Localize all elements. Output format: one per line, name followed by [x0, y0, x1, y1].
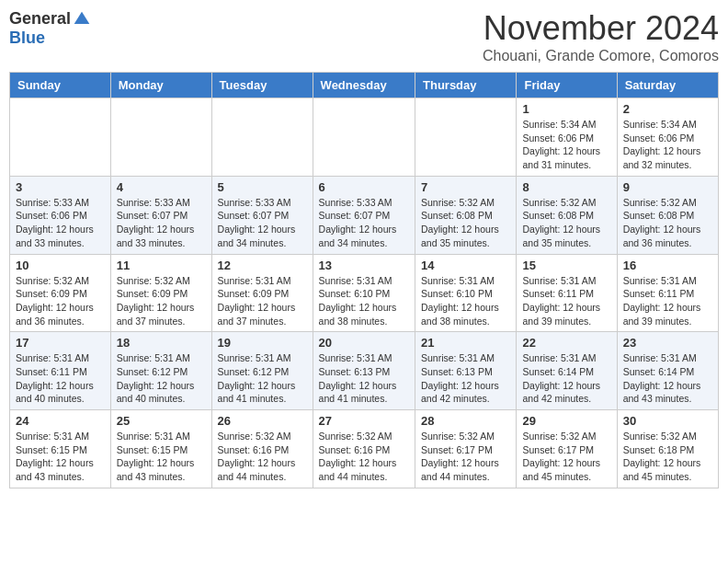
calendar-cell: 17Sunrise: 5:31 AM Sunset: 6:11 PM Dayli…: [10, 332, 111, 410]
calendar-cell: 23Sunrise: 5:31 AM Sunset: 6:14 PM Dayli…: [617, 332, 718, 410]
day-number: 25: [117, 414, 206, 428]
day-info: Sunrise: 5:32 AM Sunset: 6:09 PM Dayligh…: [117, 274, 206, 328]
day-number: 20: [319, 336, 409, 350]
calendar-cell: 25Sunrise: 5:31 AM Sunset: 6:15 PM Dayli…: [110, 410, 211, 488]
day-info: Sunrise: 5:32 AM Sunset: 6:16 PM Dayligh…: [218, 430, 307, 484]
day-info: Sunrise: 5:32 AM Sunset: 6:16 PM Dayligh…: [319, 430, 409, 484]
day-info: Sunrise: 5:31 AM Sunset: 6:10 PM Dayligh…: [319, 274, 409, 328]
calendar-cell: 28Sunrise: 5:32 AM Sunset: 6:17 PM Dayli…: [415, 410, 517, 488]
day-number: 9: [623, 180, 712, 194]
day-number: 19: [218, 336, 307, 350]
calendar-cell: 13Sunrise: 5:31 AM Sunset: 6:10 PM Dayli…: [313, 254, 415, 332]
calendar-cell: [211, 98, 313, 177]
month-title: November 2024: [483, 9, 719, 48]
day-info: Sunrise: 5:33 AM Sunset: 6:07 PM Dayligh…: [319, 196, 409, 250]
calendar-cell: 27Sunrise: 5:32 AM Sunset: 6:16 PM Dayli…: [313, 410, 415, 488]
calendar-cell: [415, 98, 517, 177]
calendar-header-row: SundayMondayTuesdayWednesdayThursdayFrid…: [10, 73, 719, 98]
day-info: Sunrise: 5:31 AM Sunset: 6:11 PM Dayligh…: [623, 274, 712, 328]
calendar-cell: 7Sunrise: 5:32 AM Sunset: 6:08 PM Daylig…: [415, 176, 517, 254]
calendar-week-row: 24Sunrise: 5:31 AM Sunset: 6:15 PM Dayli…: [10, 410, 719, 488]
day-number: 27: [319, 414, 409, 428]
day-info: Sunrise: 5:31 AM Sunset: 6:10 PM Dayligh…: [421, 274, 510, 328]
day-number: 11: [117, 259, 206, 272]
day-number: 10: [16, 259, 105, 272]
calendar-week-row: 3Sunrise: 5:33 AM Sunset: 6:06 PM Daylig…: [10, 176, 719, 254]
day-info: Sunrise: 5:31 AM Sunset: 6:15 PM Dayligh…: [117, 430, 206, 484]
calendar-cell: 18Sunrise: 5:31 AM Sunset: 6:12 PM Dayli…: [110, 332, 211, 410]
logo: General Blue: [9, 9, 91, 48]
day-number: 4: [117, 180, 206, 194]
day-info: Sunrise: 5:32 AM Sunset: 6:18 PM Dayligh…: [623, 430, 712, 484]
day-number: 26: [218, 414, 307, 428]
day-info: Sunrise: 5:32 AM Sunset: 6:08 PM Dayligh…: [522, 196, 610, 250]
day-number: 7: [421, 180, 510, 194]
day-number: 15: [522, 259, 610, 272]
calendar-cell: 4Sunrise: 5:33 AM Sunset: 6:07 PM Daylig…: [110, 176, 211, 254]
day-number: 24: [16, 414, 105, 428]
calendar-cell: 20Sunrise: 5:31 AM Sunset: 6:13 PM Dayli…: [313, 332, 415, 410]
calendar-cell: [313, 98, 415, 177]
calendar-week-row: 17Sunrise: 5:31 AM Sunset: 6:11 PM Dayli…: [10, 332, 719, 410]
day-info: Sunrise: 5:32 AM Sunset: 6:08 PM Dayligh…: [623, 196, 712, 250]
day-info: Sunrise: 5:32 AM Sunset: 6:09 PM Dayligh…: [16, 274, 105, 328]
day-info: Sunrise: 5:31 AM Sunset: 6:11 PM Dayligh…: [522, 274, 610, 328]
day-number: 17: [16, 336, 105, 350]
day-info: Sunrise: 5:31 AM Sunset: 6:13 PM Dayligh…: [421, 351, 510, 406]
calendar-cell: 19Sunrise: 5:31 AM Sunset: 6:12 PM Dayli…: [211, 332, 313, 410]
day-number: 8: [522, 180, 610, 194]
day-info: Sunrise: 5:33 AM Sunset: 6:07 PM Dayligh…: [117, 196, 206, 250]
day-info: Sunrise: 5:33 AM Sunset: 6:06 PM Dayligh…: [16, 196, 105, 250]
day-info: Sunrise: 5:32 AM Sunset: 6:17 PM Dayligh…: [522, 430, 610, 484]
logo-icon: [73, 10, 91, 29]
logo-general-text: General: [9, 9, 71, 29]
location-subtitle: Chouani, Grande Comore, Comoros: [483, 48, 719, 64]
svg-marker-0: [74, 11, 90, 23]
calendar-cell: 1Sunrise: 5:34 AM Sunset: 6:06 PM Daylig…: [517, 98, 617, 177]
day-number: 21: [421, 336, 510, 350]
calendar-cell: 5Sunrise: 5:33 AM Sunset: 6:07 PM Daylig…: [211, 176, 313, 254]
calendar-cell: 3Sunrise: 5:33 AM Sunset: 6:06 PM Daylig…: [10, 176, 111, 254]
day-number: 29: [522, 414, 610, 428]
calendar-cell: [110, 98, 211, 177]
calendar-cell: 14Sunrise: 5:31 AM Sunset: 6:10 PM Dayli…: [415, 254, 517, 332]
day-number: 18: [117, 336, 206, 350]
calendar-header-wednesday: Wednesday: [313, 73, 415, 98]
day-info: Sunrise: 5:31 AM Sunset: 6:14 PM Dayligh…: [623, 351, 712, 406]
day-number: 14: [421, 259, 510, 272]
day-info: Sunrise: 5:31 AM Sunset: 6:15 PM Dayligh…: [16, 430, 105, 484]
calendar-cell: 26Sunrise: 5:32 AM Sunset: 6:16 PM Dayli…: [211, 410, 313, 488]
calendar-cell: 22Sunrise: 5:31 AM Sunset: 6:14 PM Dayli…: [517, 332, 617, 410]
calendar-cell: 30Sunrise: 5:32 AM Sunset: 6:18 PM Dayli…: [617, 410, 718, 488]
calendar-cell: 11Sunrise: 5:32 AM Sunset: 6:09 PM Dayli…: [110, 254, 211, 332]
calendar-week-row: 1Sunrise: 5:34 AM Sunset: 6:06 PM Daylig…: [10, 98, 719, 177]
day-number: 3: [16, 180, 105, 194]
calendar-cell: [10, 98, 111, 177]
page-header: General Blue November 2024 Chouani, Gran…: [9, 9, 719, 64]
day-info: Sunrise: 5:32 AM Sunset: 6:17 PM Dayligh…: [421, 430, 510, 484]
day-number: 5: [218, 180, 307, 194]
day-number: 13: [319, 259, 409, 272]
calendar-cell: 15Sunrise: 5:31 AM Sunset: 6:11 PM Dayli…: [517, 254, 617, 332]
day-info: Sunrise: 5:32 AM Sunset: 6:08 PM Dayligh…: [421, 196, 510, 250]
calendar-cell: 2Sunrise: 5:34 AM Sunset: 6:06 PM Daylig…: [617, 98, 718, 177]
day-number: 2: [623, 102, 712, 116]
day-info: Sunrise: 5:31 AM Sunset: 6:13 PM Dayligh…: [319, 351, 409, 406]
day-info: Sunrise: 5:31 AM Sunset: 6:12 PM Dayligh…: [218, 351, 307, 406]
logo-blue-text: Blue: [9, 29, 45, 48]
calendar-cell: 6Sunrise: 5:33 AM Sunset: 6:07 PM Daylig…: [313, 176, 415, 254]
calendar-cell: 24Sunrise: 5:31 AM Sunset: 6:15 PM Dayli…: [10, 410, 111, 488]
day-number: 30: [623, 414, 712, 428]
calendar-cell: 10Sunrise: 5:32 AM Sunset: 6:09 PM Dayli…: [10, 254, 111, 332]
calendar-header-sunday: Sunday: [10, 73, 111, 98]
title-section: November 2024 Chouani, Grande Comore, Co…: [483, 9, 719, 64]
day-info: Sunrise: 5:34 AM Sunset: 6:06 PM Dayligh…: [623, 118, 712, 172]
calendar-cell: 9Sunrise: 5:32 AM Sunset: 6:08 PM Daylig…: [617, 176, 718, 254]
calendar-cell: 8Sunrise: 5:32 AM Sunset: 6:08 PM Daylig…: [517, 176, 617, 254]
calendar-header-saturday: Saturday: [617, 73, 718, 98]
day-info: Sunrise: 5:31 AM Sunset: 6:12 PM Dayligh…: [117, 351, 206, 406]
day-number: 22: [522, 336, 610, 350]
day-number: 28: [421, 414, 510, 428]
day-info: Sunrise: 5:33 AM Sunset: 6:07 PM Dayligh…: [218, 196, 307, 250]
day-number: 12: [218, 259, 307, 272]
